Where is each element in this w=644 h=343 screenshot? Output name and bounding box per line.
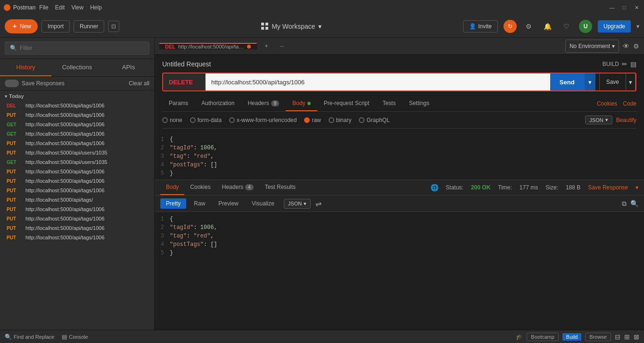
- toggle-switch[interactable]: [5, 80, 19, 87]
- console-button[interactable]: ▤ Console: [62, 334, 88, 340]
- params-tab[interactable]: Params: [162, 96, 195, 111]
- view-icon[interactable]: ▤: [630, 60, 636, 68]
- raw-tab[interactable]: Raw: [188, 198, 211, 209]
- layout-icon-1[interactable]: ⊟: [615, 333, 620, 341]
- add-tab-button[interactable]: ＋: [260, 42, 273, 50]
- beautify-button[interactable]: Beautify: [616, 117, 636, 123]
- pretty-tab[interactable]: Pretty: [160, 198, 186, 209]
- layout-icon-3[interactable]: ⊠: [634, 333, 639, 341]
- menu-edit[interactable]: Edit: [55, 4, 65, 11]
- list-item[interactable]: PUT http://localhost:5000/api/tags/1006: [5, 214, 149, 223]
- tests-tab[interactable]: Tests: [376, 96, 402, 111]
- upgrade-dropdown-icon[interactable]: ▾: [636, 23, 639, 30]
- wrap-icon[interactable]: ⇌: [315, 199, 322, 208]
- send-button[interactable]: Send: [550, 73, 584, 91]
- search-response-button[interactable]: 🔍: [630, 200, 638, 208]
- save-response-chevron[interactable]: ▾: [636, 184, 638, 191]
- list-item[interactable]: PUT http://localhost:5000/api/tags/1006: [5, 233, 149, 242]
- binary-radio[interactable]: binary: [329, 117, 352, 123]
- list-item[interactable]: PUT http://localhost:5000/api/tags/1006: [5, 204, 149, 214]
- response-test-tab[interactable]: Test Results: [259, 180, 301, 195]
- settings-panel-icon[interactable]: ⚙: [633, 42, 639, 50]
- bootcamp-button[interactable]: Bootcamp: [527, 333, 559, 341]
- settings-tab[interactable]: Settings: [402, 96, 436, 111]
- list-item[interactable]: GET http://localhost:5000/api/users/1035: [5, 157, 149, 167]
- response-body-tab[interactable]: Body: [160, 180, 184, 195]
- none-radio-button[interactable]: [162, 117, 168, 123]
- search-input[interactable]: [20, 45, 144, 51]
- edit-icon[interactable]: ✏: [622, 60, 627, 68]
- pre-request-tab[interactable]: Pre-request Script: [317, 96, 376, 111]
- headers-tab[interactable]: Headers9: [241, 96, 286, 111]
- eye-icon[interactable]: 👁: [623, 42, 629, 50]
- menu-view[interactable]: View: [71, 4, 83, 11]
- avatar[interactable]: U: [579, 20, 592, 33]
- runner-button[interactable]: Runner: [74, 20, 104, 33]
- none-radio[interactable]: none: [162, 117, 182, 123]
- new-button[interactable]: ＋ New: [5, 19, 38, 33]
- response-format-select[interactable]: JSON ▾: [284, 199, 311, 209]
- save-response-button[interactable]: Save Response: [588, 184, 628, 191]
- menu-file[interactable]: File: [39, 4, 48, 11]
- active-request-tab[interactable]: DEL http://localhost:5000/api/tags/1...: [159, 43, 257, 49]
- browse-button[interactable]: Browse: [585, 333, 611, 341]
- list-item[interactable]: PUT http://localhost:5000/api/tags/1006: [5, 186, 149, 195]
- menu-help[interactable]: Help: [90, 4, 102, 11]
- json-format-select[interactable]: JSON ▾: [585, 115, 612, 124]
- sync-icon[interactable]: ↻: [504, 20, 517, 33]
- sidebar-tab-apis[interactable]: APIs: [103, 59, 154, 76]
- authorization-tab[interactable]: Authorization: [195, 96, 241, 111]
- list-item[interactable]: PUT http://localhost:5000/api/tags/1006: [5, 167, 149, 176]
- body-tab[interactable]: Body: [286, 96, 317, 111]
- settings-icon[interactable]: ⚙: [522, 20, 536, 33]
- import-button[interactable]: Import: [41, 20, 70, 33]
- list-item[interactable]: PUT http://localhost:5000/api/users/1035: [5, 148, 149, 157]
- build-button[interactable]: Build: [562, 333, 581, 341]
- list-item[interactable]: GET http://localhost:5000/api/tags/1006: [5, 120, 149, 129]
- response-cookies-tab[interactable]: Cookies: [184, 180, 216, 195]
- clear-all-button[interactable]: Clear all: [129, 80, 149, 87]
- heart-icon[interactable]: ♡: [560, 20, 573, 33]
- layout-icon-2[interactable]: ⊞: [624, 333, 630, 341]
- find-replace-button[interactable]: 🔍 Find and Replace: [5, 334, 54, 340]
- save-dropdown-button[interactable]: ▾: [626, 73, 636, 91]
- sidebar-tab-collections[interactable]: Collections: [51, 59, 103, 76]
- raw-radio-button[interactable]: [304, 117, 310, 123]
- upgrade-button[interactable]: Upgrade: [598, 20, 631, 33]
- request-body-editor[interactable]: 1{2 "tagId": 1006,3 "tag": "red",4 "post…: [155, 132, 644, 180]
- visualize-tab[interactable]: Visualize: [246, 198, 280, 209]
- urlencoded-radio[interactable]: x-www-form-urlencoded: [229, 117, 297, 123]
- list-item[interactable]: PUT http://localhost:5000/api/tags/1006: [5, 139, 149, 148]
- send-dropdown-button[interactable]: ▾: [584, 73, 595, 91]
- method-select[interactable]: DELETE GET POST PUT PATCH: [163, 74, 206, 90]
- environment-select[interactable]: No Environment ▾: [565, 40, 619, 53]
- graphql-radio[interactable]: GraphQL: [359, 117, 389, 123]
- form-data-radio-button[interactable]: [190, 117, 196, 123]
- list-item[interactable]: GET http://localhost:5000/api/tags/1006: [5, 129, 149, 139]
- list-item[interactable]: DEL http://localhost:5000/api/tags/1006: [5, 101, 149, 110]
- save-button[interactable]: Save: [599, 73, 626, 91]
- form-data-radio[interactable]: form-data: [190, 117, 222, 123]
- copy-response-button[interactable]: ⧉: [622, 200, 627, 208]
- workspace-button[interactable]: My Workspace ▾: [261, 23, 321, 30]
- minimize-button[interactable]: —: [608, 4, 616, 11]
- capture-icon[interactable]: ⊡: [108, 21, 119, 32]
- list-item[interactable]: PUT http://localhost:5000/api/tags/1006: [5, 223, 149, 233]
- more-tabs-button[interactable]: ···: [276, 43, 288, 49]
- preview-tab[interactable]: Preview: [213, 198, 244, 209]
- close-button[interactable]: ✕: [633, 4, 640, 11]
- invite-button[interactable]: 👤 Invite: [463, 20, 498, 33]
- raw-radio[interactable]: raw: [304, 117, 321, 123]
- urlencoded-radio-button[interactable]: [229, 117, 235, 123]
- response-headers-tab[interactable]: Headers4: [216, 180, 259, 195]
- list-item[interactable]: PUT http://localhost:5000/api/tags/: [5, 195, 149, 204]
- url-input[interactable]: [206, 74, 550, 90]
- sidebar-tab-history[interactable]: History: [0, 59, 51, 76]
- method-dropdown[interactable]: DELETE GET POST PUT PATCH: [169, 79, 193, 86]
- code-link[interactable]: Code: [623, 100, 636, 107]
- notification-icon[interactable]: 🔔: [541, 20, 554, 33]
- search-box[interactable]: 🔍: [5, 41, 149, 55]
- list-item[interactable]: PUT http://localhost:5000/api/tags/1006: [5, 176, 149, 186]
- graphql-radio-button[interactable]: [359, 117, 364, 123]
- list-item[interactable]: PUT http://localhost:5000/api/tags/1006: [5, 110, 149, 120]
